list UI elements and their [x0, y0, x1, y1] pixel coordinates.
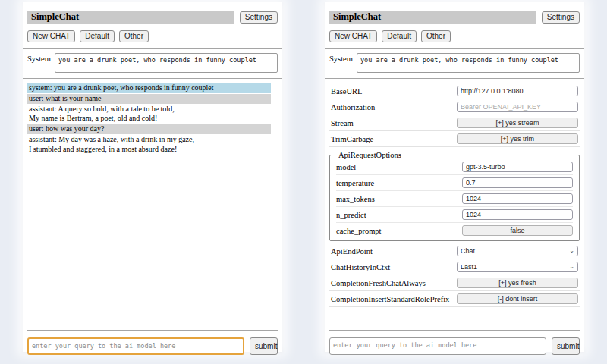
temperature-input[interactable]: [462, 177, 573, 188]
query-input[interactable]: [27, 337, 244, 355]
setting-row-cache-prompt: cache_prompt false: [336, 223, 573, 238]
chat-session-tabs: New CHAT Default Other: [27, 30, 278, 42]
new-chat-button[interactable]: New CHAT: [27, 30, 75, 42]
chat-message-list: system: you are a drunk poet, who respon…: [27, 83, 278, 155]
chat-session-tabs: New CHAT Default Other: [329, 30, 580, 42]
baseurl-input[interactable]: [457, 86, 578, 96]
setting-row-stream: Stream [+] yes stream: [329, 115, 580, 131]
setting-row-completion-insert: CompletionInsertStandardRolePrefix [-] d…: [329, 291, 580, 307]
settings-panel: SimpleChat Settings New CHAT Default Oth…: [325, 2, 584, 352]
api-endpoint-label: ApiEndPoint: [331, 247, 373, 256]
settings-list: BaseURL Authorization Stream [+] yes str…: [329, 83, 580, 307]
model-input[interactable]: [462, 162, 573, 172]
cache-prompt-label: cache_prompt: [336, 227, 381, 235]
api-request-options-legend: ApiRequestOptions: [336, 151, 404, 159]
tab-default[interactable]: Default: [80, 30, 115, 42]
chat-message-assistant: assistant: My day was a haze, with a dri…: [27, 135, 271, 155]
system-prompt-input[interactable]: you are a drunk poet, who responds in fu…: [357, 53, 580, 73]
authorization-input[interactable]: [457, 102, 578, 112]
cache-prompt-toggle-button[interactable]: false: [462, 225, 573, 236]
trimgarbage-toggle-button[interactable]: [+] yes trim: [457, 133, 578, 144]
app-title: SimpleChat: [329, 11, 536, 24]
api-request-options-fieldset: ApiRequestOptions model temperature max_…: [329, 151, 580, 241]
tab-other[interactable]: Other: [421, 30, 451, 42]
query-input[interactable]: [329, 337, 546, 355]
system-prompt-row: System you are a drunk poet, who respond…: [329, 53, 580, 73]
chevron-down-icon: ⌄: [569, 248, 574, 254]
max-tokens-label: max_tokens: [336, 195, 375, 203]
submit-button[interactable]: submit: [250, 337, 278, 355]
titlebar: SimpleChat Settings: [27, 11, 278, 24]
system-prompt-input[interactable]: you are a drunk poet, who responds in fu…: [55, 53, 278, 73]
chat-history-selected-value: Last1: [461, 263, 477, 271]
chat-history-select[interactable]: Last1 ⌄: [457, 262, 578, 272]
chat-panel: SimpleChat Settings New CHAT Default Oth…: [23, 2, 282, 352]
chat-message-assistant: assistant: A query so bold, with a tale …: [27, 105, 271, 124]
chat-message-system: system: you are a drunk poet, who respon…: [27, 83, 271, 93]
temperature-label: temperature: [336, 179, 374, 187]
tab-other[interactable]: Other: [119, 30, 149, 42]
chat-message-user: user: what is your name: [27, 94, 271, 104]
baseurl-label: BaseURL: [331, 87, 362, 96]
divider: [329, 330, 580, 331]
setting-row-baseurl: BaseURL: [329, 83, 580, 99]
divider: [23, 48, 282, 49]
system-label: System: [27, 53, 51, 73]
setting-row-chat-history: ChatHistoryInCtxt Last1 ⌄: [329, 259, 580, 275]
app-title: SimpleChat: [27, 11, 234, 24]
query-bar: submit: [325, 330, 584, 355]
settings-button[interactable]: Settings: [240, 11, 278, 24]
completion-fresh-toggle-button[interactable]: [+] yes fresh: [457, 278, 578, 288]
new-chat-button[interactable]: New CHAT: [329, 30, 377, 42]
max-tokens-input[interactable]: [462, 193, 573, 204]
divider: [325, 48, 584, 49]
setting-row-api-endpoint: ApiEndPoint Chat ⌄: [329, 243, 580, 259]
titlebar: SimpleChat Settings: [329, 11, 580, 24]
stream-label: Stream: [331, 119, 354, 127]
submit-button[interactable]: submit: [552, 337, 580, 355]
completion-insert-label: CompletionInsertStandardRolePrefix: [331, 295, 449, 303]
chevron-down-icon: ⌄: [569, 264, 574, 270]
completion-insert-toggle-button[interactable]: [-] dont insert: [457, 293, 578, 304]
chat-history-label: ChatHistoryInCtxt: [331, 263, 390, 271]
setting-row-completion-fresh: CompletionFreshChatAlways [+] yes fresh: [329, 275, 580, 291]
divider: [23, 78, 282, 79]
divider: [27, 330, 278, 331]
trimgarbage-label: TrimGarbage: [331, 135, 373, 143]
settings-button[interactable]: Settings: [542, 11, 580, 24]
setting-row-temperature: temperature: [336, 175, 573, 191]
divider: [325, 78, 584, 79]
n-predict-input[interactable]: [462, 209, 573, 220]
model-label: model: [336, 163, 356, 171]
system-label: System: [329, 53, 353, 73]
authorization-label: Authorization: [331, 103, 375, 111]
n-predict-label: n_predict: [336, 211, 366, 219]
completion-fresh-label: CompletionFreshChatAlways: [331, 279, 426, 287]
api-endpoint-select[interactable]: Chat ⌄: [457, 246, 578, 256]
api-endpoint-selected-value: Chat: [461, 247, 475, 255]
stream-toggle-button[interactable]: [+] yes stream: [457, 118, 578, 128]
setting-row-n-predict: n_predict: [336, 207, 573, 223]
system-prompt-row: System you are a drunk poet, who respond…: [27, 53, 278, 73]
tab-default[interactable]: Default: [382, 30, 417, 42]
chat-message-user: user: how was your day?: [27, 124, 271, 134]
setting-row-authorization: Authorization: [329, 99, 580, 115]
setting-row-trimgarbage: TrimGarbage [+] yes trim: [329, 131, 580, 147]
setting-row-max-tokens: max_tokens: [336, 191, 573, 207]
setting-row-model: model: [336, 159, 573, 175]
query-bar: submit: [23, 330, 282, 355]
